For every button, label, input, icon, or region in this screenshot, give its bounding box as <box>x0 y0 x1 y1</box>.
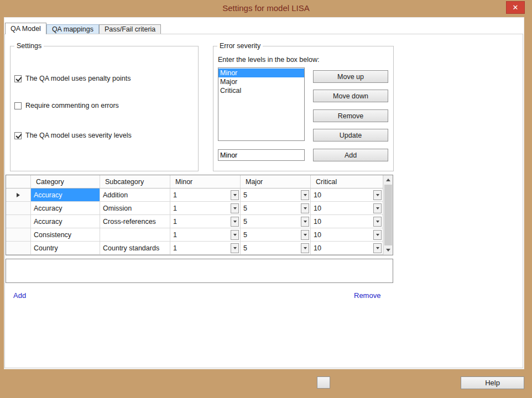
critical-cell[interactable]: 10 <box>311 242 383 255</box>
checkbox-severity-levels[interactable]: The QA model uses severity levels <box>14 132 132 139</box>
table-row: Accuracy Cross-references 1 5 10 <box>6 215 383 228</box>
tab-pass-fail-criteria[interactable]: Pass/Fail criteria <box>99 24 161 34</box>
critical-cell[interactable]: 10 <box>311 202 383 215</box>
subcategory-cell[interactable]: Addition <box>100 188 170 202</box>
dropdown-button[interactable] <box>373 230 382 240</box>
subcategory-cell[interactable]: Omission <box>100 202 170 215</box>
row-selector-cell[interactable] <box>6 242 31 255</box>
row-selector-cell[interactable] <box>6 188 31 202</box>
remove-level-button[interactable]: Remove <box>313 109 388 122</box>
add-level-button[interactable]: Add <box>313 149 388 161</box>
row-selector-cell[interactable] <box>6 228 31 242</box>
level-item-minor[interactable]: Minor <box>218 69 304 77</box>
column-header-major[interactable]: Major <box>241 175 311 188</box>
update-level-button[interactable]: Update <box>313 129 388 142</box>
minor-value: 1 <box>173 244 177 252</box>
categories-grid: Category Subcategory Minor Major Critica… <box>6 175 393 255</box>
dropdown-button[interactable] <box>301 230 309 240</box>
column-header-critical[interactable]: Critical <box>311 175 383 188</box>
major-cell[interactable]: 5 <box>241 188 311 202</box>
table-row: Country Country standards 1 5 10 <box>6 242 383 255</box>
dropdown-button[interactable] <box>231 243 239 253</box>
dropdown-button[interactable] <box>373 203 382 213</box>
chevron-down-icon <box>376 234 379 236</box>
category-cell[interactable]: Accuracy <box>31 188 100 202</box>
major-cell[interactable]: 5 <box>241 242 311 255</box>
scroll-thumb[interactable] <box>384 185 392 245</box>
dropdown-button[interactable] <box>373 243 382 253</box>
critical-cell[interactable]: 10 <box>311 188 383 202</box>
dropdown-button[interactable] <box>373 217 382 227</box>
scroll-up-button[interactable] <box>384 175 393 185</box>
minor-value: 1 <box>173 205 177 212</box>
major-value: 5 <box>243 191 247 199</box>
checkbox-require-commenting[interactable]: Require commenting on errors <box>14 102 119 109</box>
minor-cell[interactable]: 1 <box>170 242 241 255</box>
column-header-row-selector[interactable] <box>6 175 31 188</box>
minor-cell[interactable]: 1 <box>170 228 241 242</box>
minor-cell[interactable]: 1 <box>170 188 241 202</box>
add-category-link[interactable]: Add <box>13 291 26 300</box>
checkbox-penalty-points[interactable]: The QA model uses penalty points <box>14 75 131 82</box>
category-cell[interactable]: Country <box>31 242 100 255</box>
dropdown-button[interactable] <box>301 217 309 227</box>
footer-small-button[interactable] <box>317 376 330 389</box>
row-selector-cell[interactable] <box>6 215 31 228</box>
category-cell[interactable]: Accuracy <box>31 202 100 215</box>
subcategory-cell[interactable]: Cross-references <box>100 215 170 228</box>
severity-levels-listbox[interactable]: Minor Major Critical <box>218 67 305 141</box>
chevron-down-icon <box>376 207 379 210</box>
column-header-minor[interactable]: Minor <box>170 175 241 188</box>
grid-scrollbar[interactable] <box>383 175 393 255</box>
chevron-down-icon <box>304 247 307 249</box>
major-cell[interactable]: 5 <box>241 215 311 228</box>
column-header-category[interactable]: Category <box>31 175 100 188</box>
checkbox-require-commenting-label: Require commenting on errors <box>25 102 119 109</box>
close-button[interactable]: ✕ <box>506 1 525 14</box>
dropdown-button[interactable] <box>231 203 239 213</box>
scroll-down-button[interactable] <box>384 245 393 255</box>
chevron-down-icon <box>376 221 379 223</box>
dropdown-button[interactable] <box>231 230 239 240</box>
chevron-down-icon <box>233 247 237 249</box>
major-cell[interactable]: 5 <box>241 228 311 242</box>
remove-category-link[interactable]: Remove <box>354 291 380 300</box>
critical-cell[interactable]: 10 <box>311 228 383 242</box>
minor-value: 1 <box>173 191 177 199</box>
checkbox-severity-levels-box <box>14 132 22 139</box>
major-value: 5 <box>243 205 247 212</box>
critical-cell[interactable]: 10 <box>311 215 383 228</box>
level-item-critical[interactable]: Critical <box>218 86 304 95</box>
level-item-major[interactable]: Major <box>218 77 304 86</box>
move-up-button[interactable]: Move up <box>313 70 388 83</box>
new-category-input[interactable] <box>6 259 393 283</box>
major-value: 5 <box>243 231 247 239</box>
row-selector-cell[interactable] <box>6 202 31 215</box>
dropdown-button[interactable] <box>301 203 309 213</box>
subcategory-cell[interactable]: Country standards <box>100 242 170 255</box>
tab-qa-model[interactable]: QA Model <box>5 23 46 34</box>
chevron-down-icon <box>304 234 307 236</box>
dropdown-button[interactable] <box>373 190 382 200</box>
category-cell[interactable]: Consistency <box>31 228 100 242</box>
minor-cell[interactable]: 1 <box>170 202 241 215</box>
dropdown-button[interactable] <box>301 243 309 253</box>
critical-value: 10 <box>314 218 321 226</box>
dropdown-button[interactable] <box>231 190 239 200</box>
dropdown-button[interactable] <box>231 217 239 227</box>
table-row: Accuracy Addition 1 5 10 <box>6 188 383 202</box>
tab-qa-mappings[interactable]: QA mappings <box>46 24 99 34</box>
chevron-down-icon <box>233 221 237 223</box>
dropdown-button[interactable] <box>301 190 309 200</box>
subcategory-cell[interactable] <box>100 228 170 242</box>
column-header-subcategory[interactable]: Subcategory <box>100 175 170 188</box>
checkbox-require-commenting-box <box>14 102 22 109</box>
critical-value: 10 <box>314 191 321 199</box>
category-cell[interactable]: Accuracy <box>31 215 100 228</box>
minor-cell[interactable]: 1 <box>170 215 241 228</box>
move-down-button[interactable]: Move down <box>313 90 388 102</box>
major-cell[interactable]: 5 <box>241 202 311 215</box>
tab-qa-mappings-label: QA mappings <box>52 25 93 33</box>
level-input[interactable] <box>218 149 305 161</box>
help-button[interactable]: Help <box>461 376 524 389</box>
